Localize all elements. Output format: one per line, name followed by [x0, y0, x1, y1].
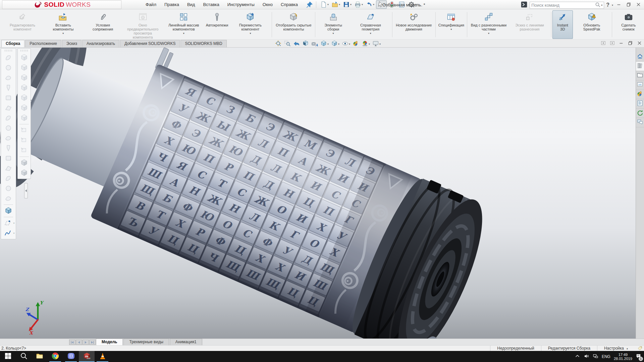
view-settings-button[interactable]: ▾: [372, 40, 381, 48]
ribbon-smart-fasteners-button[interactable]: Автокрепежи: [204, 10, 230, 39]
help-chevron-icon[interactable]: ▾: [612, 4, 613, 7]
chevron-down-icon[interactable]: ▾: [362, 3, 363, 6]
features-toolbar-icon[interactable]: [3, 73, 14, 83]
doc-restore-button[interactable]: [628, 41, 633, 47]
network-icon[interactable]: [593, 353, 598, 360]
views-toolbar-icon[interactable]: [19, 135, 30, 145]
views-toolbar-icon[interactable]: [19, 125, 30, 135]
featuremanager-flyout-handle[interactable]: [24, 183, 28, 198]
views-toolbar-icon[interactable]: [19, 103, 30, 113]
close-button[interactable]: [635, 2, 642, 8]
menu-help[interactable]: Справка: [277, 1, 301, 8]
doc-tab-3d-views[interactable]: Трехмерные виды: [123, 339, 169, 345]
toolbar-grip[interactable]: [20, 50, 28, 52]
chevron-down-icon[interactable]: ▾: [339, 3, 340, 6]
views-toolbar-icon[interactable]: [19, 83, 30, 93]
views-toolbar-icon[interactable]: [19, 63, 30, 73]
cryptex-model[interactable]: ЯУФХЧШЩВЪСЖЭЮЯАБТУЗЫЖПСНФХЦБЖЮРТЖЮРЦЭЛДП…: [0, 48, 636, 339]
menu-window[interactable]: Окно: [259, 1, 276, 8]
search-icon[interactable]: [595, 2, 601, 9]
features-toolbar-icon[interactable]: [2, 228, 13, 238]
section-view-button[interactable]: [302, 40, 310, 48]
features-toolbar-icon[interactable]: [2, 218, 13, 228]
help-button[interactable]: ?: [606, 2, 609, 8]
restore-button[interactable]: [625, 2, 633, 8]
pin-icon[interactable]: [306, 1, 313, 8]
taskbar-solidworks-button[interactable]: SW2016: [79, 351, 95, 362]
ribbon-bill-of-materials-button[interactable]: Спецификация▾: [437, 10, 466, 39]
taskbar-start-button[interactable]: [0, 351, 16, 362]
chevron-down-icon[interactable]: ▾: [350, 3, 352, 6]
chevron-down-icon[interactable]: ▾: [373, 3, 374, 6]
display-style-button[interactable]: ▾: [330, 40, 340, 48]
views-toolbar-icon[interactable]: [19, 53, 30, 63]
features-toolbar-icon[interactable]: [3, 83, 14, 93]
action-center-icon[interactable]: 1: [636, 353, 641, 360]
chevron-up-icon[interactable]: ▴: [627, 347, 628, 350]
ribbon-exploded-view-button[interactable]: Вид с разнесенными частями▾: [468, 10, 509, 39]
view-orientation-button[interactable]: ▾: [320, 40, 329, 48]
menu-insert[interactable]: Вставка: [200, 1, 222, 8]
doc-tab-model[interactable]: Модель: [96, 339, 123, 345]
features-toolbar-icon[interactable]: [3, 93, 14, 103]
features-toolbar-icon[interactable]: [3, 113, 14, 123]
open-document-button[interactable]: ▾: [330, 0, 341, 9]
chevron-down-icon[interactable]: ▾: [13, 232, 15, 235]
dynamic-annotation-views-button[interactable]: A: [311, 40, 319, 48]
chevron-down-icon[interactable]: ▾: [62, 32, 64, 36]
volume-icon[interactable]: [584, 353, 589, 360]
taskbar-vlc-button[interactable]: [95, 351, 110, 362]
appearances-scenes-button[interactable]: [636, 90, 644, 99]
chevron-down-icon[interactable]: ▾: [338, 43, 339, 46]
save-button[interactable]: ▾: [342, 0, 353, 9]
ribbon-reference-geometry-button[interactable]: Справочная геометрия▾: [350, 10, 391, 39]
taskbar-discord-button[interactable]: [63, 351, 79, 362]
zoom-to-area-button[interactable]: [283, 40, 291, 48]
clock[interactable]: 17:49 28.01.2019: [614, 353, 632, 361]
views-toolbar-icon[interactable]: [19, 93, 30, 103]
views-toolbar-icon[interactable]: [19, 168, 30, 178]
features-toolbar-icon[interactable]: [3, 133, 14, 143]
view-palette-button[interactable]: [636, 80, 644, 90]
features-toolbar-icon[interactable]: [3, 143, 14, 153]
print-button[interactable]: ▾: [353, 0, 364, 9]
chevron-down-icon[interactable]: ▾: [450, 27, 452, 32]
chevron-down-icon[interactable]: ▾: [327, 3, 329, 6]
features-toolbar-icon[interactable]: [3, 63, 14, 73]
file-explorer-button[interactable]: [636, 71, 644, 80]
last-tab-button[interactable]: [89, 340, 96, 345]
ribbon-instant-3d-button[interactable]: Instant 3D: [552, 10, 573, 39]
taskbar-search-button[interactable]: [16, 351, 32, 362]
views-toolbar-icon[interactable]: [19, 158, 30, 168]
collapse-right-button[interactable]: [610, 41, 615, 47]
features-toolbar-icon[interactable]: [3, 123, 14, 133]
ribbon-insert-components-button[interactable]: Вставить компоненты▾: [43, 10, 84, 39]
chevron-down-icon[interactable]: ▾: [488, 32, 489, 36]
chevron-down-icon[interactable]: ▾: [601, 4, 602, 7]
chevron-down-icon[interactable]: ▾: [349, 43, 350, 46]
doc-close-button[interactable]: [637, 41, 642, 47]
new-document-button[interactable]: ▾: [319, 0, 330, 9]
search-input[interactable]: [531, 3, 595, 8]
tab-evaluate[interactable]: Анализировать: [82, 40, 119, 47]
command-search-box[interactable]: ▾: [530, 2, 604, 9]
ribbon-new-motion-study-button[interactable]: Новое исследование движения: [393, 10, 434, 39]
features-toolbar-icon[interactable]: [3, 206, 14, 216]
doc-tab-animation1[interactable]: Анимация1: [170, 339, 202, 345]
tab-layout[interactable]: Расположение: [25, 40, 61, 47]
ribbon-move-component-button[interactable]: Переместить компонент▾: [230, 10, 271, 39]
taskbar-chrome-button[interactable]: [47, 351, 63, 362]
features-toolbar-icon[interactable]: [3, 183, 14, 193]
features-toolbar-icon[interactable]: [3, 103, 14, 113]
ribbon-linear-component-pattern-button[interactable]: Линейный массив компонентов▾: [163, 10, 204, 39]
toolbar-grip[interactable]: [4, 50, 12, 52]
menu-edit[interactable]: Правка: [161, 1, 182, 8]
chevron-down-icon[interactable]: ▾: [183, 32, 184, 36]
solidworks-forum-button[interactable]: [636, 109, 644, 118]
minimize-button[interactable]: [615, 2, 623, 8]
comments-button[interactable]: [636, 118, 644, 127]
tab-solidworks-mbd[interactable]: SOLIDWORKS MBD: [180, 40, 226, 47]
features-toolbar-icon[interactable]: [3, 153, 14, 163]
design-library-button[interactable]: [636, 62, 644, 71]
collapse-left-button[interactable]: [601, 41, 606, 47]
